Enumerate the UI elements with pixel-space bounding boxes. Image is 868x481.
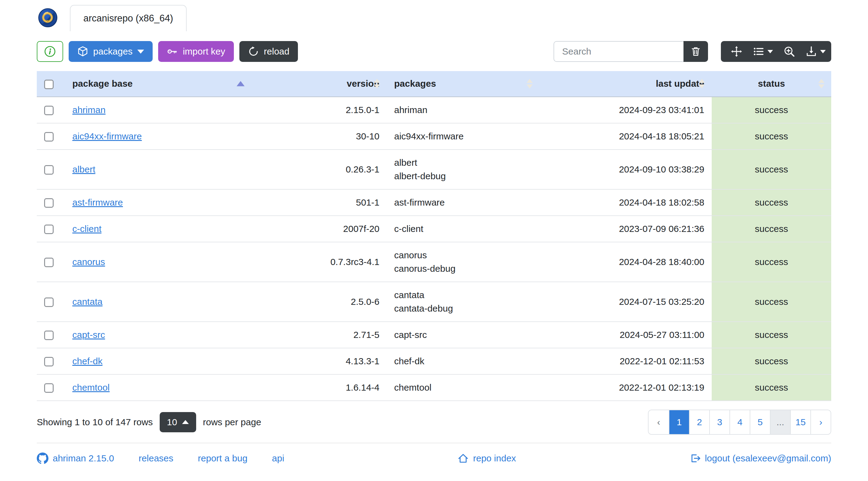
package-base-link[interactable]: chemtool <box>72 382 110 392</box>
page-size-dropdown[interactable]: 10 <box>160 412 196 432</box>
table-row: capt-src 2.71-5 capt-src 2024-05-27 03:1… <box>37 322 831 348</box>
row-checkbox[interactable] <box>44 258 54 267</box>
pagination-next[interactable]: › <box>810 410 831 434</box>
pagination-page-5[interactable]: 5 <box>750 410 770 434</box>
pagination-ellipsis[interactable]: ... <box>770 410 790 434</box>
column-header-status[interactable]: status <box>712 71 831 97</box>
export-dropdown-button[interactable] <box>802 41 829 62</box>
table-row: ast-firmware 501-1 ast-firmware 2024-04-… <box>37 189 831 216</box>
status-badge: success <box>712 322 831 348</box>
api-link[interactable]: api <box>272 453 284 463</box>
row-checkbox[interactable] <box>44 225 54 234</box>
table-toolbar-group <box>721 41 831 62</box>
caret-down-icon <box>768 50 773 53</box>
row-checkbox[interactable] <box>44 330 54 340</box>
package-base-link[interactable]: ahriman <box>72 105 105 115</box>
row-checkbox[interactable] <box>44 383 54 393</box>
package-base-link[interactable]: canorus <box>72 257 105 267</box>
info-button[interactable] <box>37 41 63 62</box>
fullscreen-button[interactable] <box>723 41 750 62</box>
version-cell: 2007f-20 <box>251 216 387 242</box>
row-checkbox[interactable] <box>44 297 54 307</box>
last-update-cell: 2024-09-23 03:41:01 <box>539 97 712 123</box>
table-row: cantata 2.5.0-6 cantatacantata-debug 202… <box>37 282 831 322</box>
github-version-label: ahriman 2.15.0 <box>53 453 114 463</box>
packages-dropdown-button[interactable]: packages <box>69 41 153 62</box>
sort-icon <box>818 79 825 89</box>
package-base-link[interactable]: capt-src <box>72 330 105 340</box>
packages-cell: aic94xx-firmware <box>387 123 539 150</box>
reload-button[interactable]: reload <box>239 41 298 62</box>
pagination-prev[interactable]: ‹ <box>649 410 669 434</box>
pagination-page-4[interactable]: 4 <box>730 410 750 434</box>
pagination-page-2[interactable]: 2 <box>689 410 709 434</box>
select-all-cell <box>37 71 65 97</box>
footer-divider <box>37 443 831 443</box>
repo-index-link[interactable]: repo index <box>458 453 516 464</box>
pagination-page-3[interactable]: 3 <box>709 410 730 434</box>
row-checkbox[interactable] <box>44 198 54 208</box>
repository-tab[interactable]: arcanisrepo (x86_64) <box>70 5 187 31</box>
row-checkbox[interactable] <box>44 132 54 141</box>
column-header-last-update[interactable]: last update <box>539 71 712 97</box>
pagination-summary: Showing 1 to 10 of 147 rows <box>37 417 153 427</box>
app-logo-icon <box>38 8 58 28</box>
column-label: package base <box>72 78 133 89</box>
status-badge: success <box>712 282 831 322</box>
releases-link[interactable]: releases <box>138 453 173 463</box>
packages-button-label: packages <box>93 46 132 57</box>
table-row: canorus 0.7.3rc3-4.1 canoruscanorus-debu… <box>37 242 831 282</box>
row-checkbox[interactable] <box>44 165 54 174</box>
packages-cell: canoruscanorus-debug <box>387 242 539 282</box>
version-cell: 2.15.0-1 <box>251 97 387 123</box>
pagination-page-1[interactable]: 1 <box>669 410 689 434</box>
sort-icon <box>374 79 380 89</box>
table-header-row: package base version packages last updat… <box>37 71 831 97</box>
row-checkbox[interactable] <box>44 106 54 115</box>
search-input[interactable] <box>554 41 683 62</box>
table-row: albert 0.26.3-1 albertalbert-debug 2024-… <box>37 150 831 189</box>
table-row: chef-dk 4.13.3-1 chef-dk 2022-12-01 02:1… <box>37 348 831 374</box>
packages-cell: cantatacantata-debug <box>387 282 539 322</box>
column-header-packages[interactable]: packages <box>387 71 539 97</box>
key-icon <box>167 46 178 57</box>
package-base-link[interactable]: aic94xx-firmware <box>72 131 142 141</box>
package-base-link[interactable]: chef-dk <box>72 356 102 366</box>
clear-search-button[interactable] <box>683 41 708 62</box>
packages-table: package base version packages last updat… <box>37 71 831 401</box>
status-badge: success <box>712 348 831 374</box>
sort-icon <box>699 79 705 89</box>
github-version-link[interactable]: ahriman 2.15.0 <box>37 452 114 464</box>
caret-up-icon <box>182 420 189 424</box>
logout-link[interactable]: logout (esalexeev@gmail.com) <box>690 453 831 464</box>
package-base-link[interactable]: c-client <box>72 224 101 234</box>
packages-cell: ast-firmware <box>387 189 539 216</box>
version-cell: 0.7.3rc3-4.1 <box>251 242 387 282</box>
repo-index-label: repo index <box>473 453 516 463</box>
import-key-button[interactable]: import key <box>158 41 234 62</box>
columns-dropdown-button[interactable] <box>750 41 776 62</box>
select-all-checkbox[interactable] <box>44 79 54 89</box>
github-icon <box>37 452 49 464</box>
version-cell: 0.26.3-1 <box>251 150 387 189</box>
column-header-version[interactable]: version <box>251 71 387 97</box>
column-header-package-base[interactable]: package base <box>65 71 251 97</box>
pagination-page-15[interactable]: 15 <box>790 410 810 434</box>
packages-cell: albertalbert-debug <box>387 150 539 189</box>
version-cell: 2.71-5 <box>251 322 387 348</box>
package-base-link[interactable]: ast-firmware <box>72 197 123 207</box>
last-update-cell: 2024-07-15 03:25:20 <box>539 282 712 322</box>
status-badge: success <box>712 123 831 150</box>
footer: ahriman 2.15.0 releases report a bug api… <box>37 452 831 464</box>
toggle-detail-view-button[interactable] <box>776 41 802 62</box>
zoom-in-icon <box>783 45 795 58</box>
package-base-link[interactable]: cantata <box>72 296 102 307</box>
row-checkbox[interactable] <box>44 357 54 366</box>
toolbar-table-controls <box>554 41 831 62</box>
ahriman-web-ui: arcanisrepo (x86_64) packages <box>0 0 868 481</box>
report-bug-link[interactable]: report a bug <box>198 453 248 463</box>
logout-icon <box>690 453 701 464</box>
package-base-link[interactable]: albert <box>72 164 95 174</box>
packages-cell: chef-dk <box>387 348 539 374</box>
table-row: ahriman 2.15.0-1 ahriman 2024-09-23 03:4… <box>37 97 831 123</box>
